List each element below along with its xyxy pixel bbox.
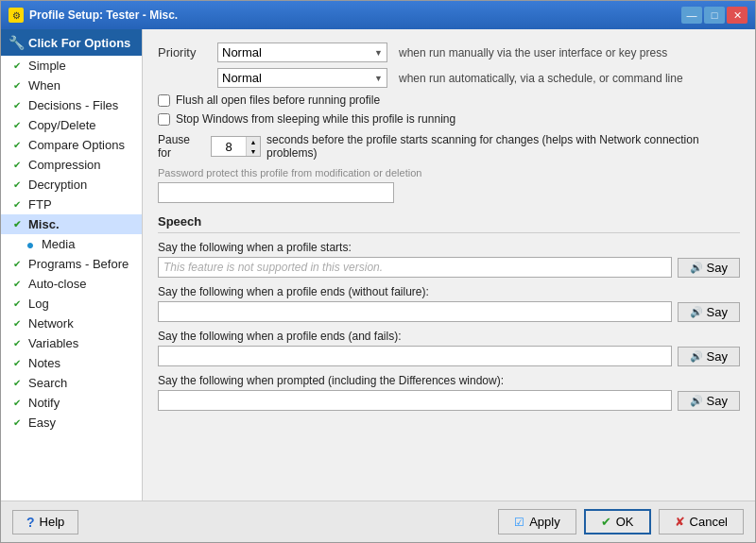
- sidebar-item-network[interactable]: ✔ Network: [1, 314, 142, 333]
- speech-ends-fail-say-button[interactable]: 🔊 Say: [678, 347, 740, 366]
- speech-ends-ok-input[interactable]: [158, 301, 672, 322]
- sidebar-item-notes[interactable]: ✔ Notes: [1, 353, 142, 373]
- sidebar-item-variables[interactable]: ✔ Variables: [1, 333, 142, 353]
- sidebar-item-notify[interactable]: ✔ Notify: [1, 393, 142, 413]
- help-button[interactable]: ? Help: [12, 510, 78, 535]
- sidebar-item-compression[interactable]: ✔ Compression: [1, 155, 142, 175]
- sidebar-item-log[interactable]: ✔ Log: [1, 294, 142, 314]
- speech-ends-ok-say-button[interactable]: 🔊 Say: [678, 302, 740, 322]
- ok-button[interactable]: ✔ OK: [584, 509, 651, 535]
- sidebar-item-ftp[interactable]: ✔ FTP: [1, 195, 142, 214]
- pause-desc: seconds before the profile starts scanni…: [266, 133, 740, 160]
- priority-desc-2: when run automatically, via a schedule, …: [399, 72, 683, 85]
- check-icon: ✔: [10, 79, 24, 93]
- stop-sleep-checkbox[interactable]: [158, 113, 170, 126]
- sidebar-header-label: Click For Options: [28, 36, 130, 50]
- speaker-icon: 🔊: [690, 350, 703, 363]
- pause-row: Pause for ▲ ▼ seconds before the profile…: [158, 133, 740, 160]
- pause-increment-button[interactable]: ▲: [247, 137, 260, 146]
- content-area: Priority Normal Low High Realtime when r…: [143, 29, 755, 501]
- sidebar-header-icon: 🔧: [9, 35, 25, 50]
- footer: ? Help ☑ Apply ✔ OK ✘ Cancel: [1, 501, 755, 542]
- sidebar-item-compare-options[interactable]: ✔ Compare Options: [1, 135, 142, 155]
- sidebar-item-label: Simple: [28, 59, 66, 73]
- sidebar-item-label: Programs - Before: [28, 257, 129, 271]
- sidebar-header[interactable]: 🔧 Click For Options: [1, 29, 142, 56]
- check-icon: ✔: [10, 258, 24, 271]
- password-hint: Password protect this profile from modif…: [158, 167, 740, 178]
- speaker-icon: 🔊: [690, 262, 703, 274]
- priority-select-1[interactable]: Normal Low High Realtime: [217, 42, 387, 62]
- sidebar-item-label: Variables: [28, 336, 78, 350]
- sidebar-item-auto-close[interactable]: ✔ Auto-close: [1, 274, 142, 294]
- help-icon: ?: [26, 515, 35, 530]
- minimize-button[interactable]: —: [681, 7, 702, 24]
- sidebar-item-label: Auto-close: [28, 277, 86, 291]
- check-icon: ✔: [10, 377, 24, 390]
- sidebar-item-decisions[interactable]: ✔ Decisions - Files: [1, 95, 142, 115]
- stop-sleep-label: Stop Windows from sleeping while this pr…: [176, 112, 455, 126]
- check-icon: ✔: [10, 99, 24, 112]
- window-title: Profile Setup: Tester - Misc.: [29, 8, 676, 22]
- cancel-button[interactable]: ✘ Cancel: [659, 509, 744, 535]
- speech-ends-fail-row: 🔊 Say: [158, 346, 740, 366]
- speech-item-ends-ok: Say the following when a profile ends (w…: [158, 285, 740, 322]
- password-section: Password protect this profile from modif…: [158, 167, 740, 203]
- flush-checkbox[interactable]: [158, 94, 170, 107]
- sidebar-item-programs-before[interactable]: ✔ Programs - Before: [1, 254, 142, 274]
- sidebar-item-label: Log: [28, 297, 49, 311]
- cancel-label: Cancel: [690, 515, 728, 529]
- sidebar-item-label: Network: [28, 316, 74, 331]
- sidebar-item-label: Compression: [28, 158, 101, 172]
- speaker-icon: 🔊: [690, 306, 703, 318]
- check-icon: ✔: [10, 297, 24, 311]
- sidebar-item-misc[interactable]: ✔ Misc.: [1, 214, 142, 234]
- sidebar-item-simple[interactable]: ✔ Simple: [1, 56, 142, 76]
- speech-starts-say-button[interactable]: 🔊 Say: [678, 258, 740, 278]
- say-label: Say: [707, 349, 728, 364]
- sidebar-item-search[interactable]: ✔ Search: [1, 373, 142, 393]
- say-label: Say: [707, 394, 728, 408]
- pause-input-wrapper: ▲ ▼: [211, 136, 261, 157]
- title-bar: ⚙ Profile Setup: Tester - Misc. — □ ✕: [1, 1, 755, 29]
- stop-sleep-checkbox-row: Stop Windows from sleeping while this pr…: [158, 112, 740, 126]
- speech-ends-fail-input[interactable]: [158, 346, 672, 366]
- apply-label: Apply: [529, 515, 560, 529]
- sidebar-item-label: When: [28, 78, 60, 93]
- priority-select-wrapper-2: Normal Low High Realtime: [217, 68, 387, 88]
- speech-ends-fail-label: Say the following when a profile ends (a…: [158, 330, 740, 343]
- check-icon: ✔: [10, 337, 24, 350]
- apply-icon: ☑: [514, 516, 524, 529]
- sidebar-item-label: Copy/Delete: [28, 118, 96, 132]
- window-controls: — □ ✕: [681, 7, 747, 24]
- speech-starts-input[interactable]: [158, 257, 672, 278]
- check-icon: ✔: [10, 278, 24, 291]
- speech-prompted-say-button[interactable]: 🔊 Say: [678, 391, 740, 411]
- pause-decrement-button[interactable]: ▼: [247, 146, 260, 156]
- sidebar-item-copy-delete[interactable]: ✔ Copy/Delete: [1, 115, 142, 135]
- priority-select-2[interactable]: Normal Low High Realtime: [217, 68, 387, 88]
- sidebar-item-label: Decisions - Files: [28, 98, 118, 112]
- sidebar-item-decryption[interactable]: ✔ Decryption: [1, 175, 142, 195]
- password-input[interactable]: [158, 182, 394, 203]
- priority-row-1: Priority Normal Low High Realtime when r…: [158, 42, 740, 62]
- ok-icon: ✔: [601, 515, 611, 529]
- speech-ends-ok-label: Say the following when a profile ends (w…: [158, 285, 740, 298]
- close-button[interactable]: ✕: [727, 7, 747, 24]
- speech-prompted-input[interactable]: [158, 390, 672, 411]
- maximize-button[interactable]: □: [704, 7, 725, 24]
- speech-prompted-row: 🔊 Say: [158, 390, 740, 411]
- check-icon: ✔: [10, 317, 24, 331]
- speech-section: Speech Say the following when a profile …: [158, 214, 740, 411]
- sidebar-item-when[interactable]: ✔ When: [1, 76, 142, 95]
- priority-label: Priority: [158, 45, 210, 59]
- speech-title: Speech: [158, 214, 740, 233]
- apply-button[interactable]: ☑ Apply: [498, 509, 576, 535]
- sidebar-item-label: Compare Options: [28, 138, 125, 152]
- pause-input[interactable]: [212, 138, 246, 156]
- sidebar-item-easy[interactable]: ✔ Easy: [1, 413, 142, 433]
- pause-label: Pause for: [158, 133, 205, 160]
- sidebar-item-label: Search: [28, 376, 67, 390]
- sidebar-item-label: Notes: [28, 356, 60, 370]
- sidebar-item-media[interactable]: ● Media: [1, 234, 142, 254]
